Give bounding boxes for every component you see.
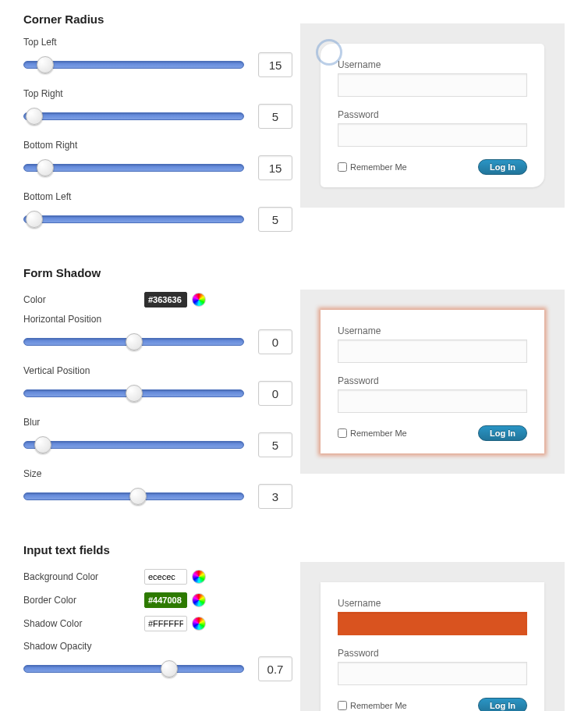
- preview3-password-label: Password: [338, 648, 527, 659]
- bordercolor-input[interactable]: [144, 592, 187, 608]
- shadowcolor-input[interactable]: [144, 616, 187, 631]
- preview-password-label: Password: [338, 109, 527, 120]
- hpos-value[interactable]: [258, 329, 292, 354]
- preview2-password-label: Password: [338, 375, 527, 386]
- blur-slider[interactable]: [23, 436, 244, 453]
- bottom-left-label: Bottom Left: [23, 191, 292, 202]
- preview3-password-input[interactable]: [338, 662, 527, 685]
- blur-value[interactable]: [258, 432, 292, 457]
- bgcolor-input[interactable]: [144, 569, 187, 585]
- size-value[interactable]: [258, 484, 292, 509]
- preview3-username-label: Username: [338, 598, 527, 609]
- bottom-right-value[interactable]: [258, 155, 292, 180]
- preview3-username-input[interactable]: [338, 612, 527, 635]
- shadow-color-input[interactable]: [144, 292, 187, 308]
- preview-password-input[interactable]: [338, 123, 527, 147]
- preview-remember[interactable]: Remember Me: [338, 162, 407, 172]
- preview2-password-input[interactable]: [338, 389, 527, 413]
- preview2-remember[interactable]: Remember Me: [338, 428, 407, 438]
- section-corner-radius-title: Corner Radius: [23, 12, 292, 26]
- colorpicker-icon[interactable]: [192, 593, 206, 607]
- colorpicker-icon[interactable]: [192, 293, 206, 307]
- bordercolor-label: Border Color: [23, 595, 144, 606]
- opacity-slider[interactable]: [23, 660, 244, 677]
- vpos-slider[interactable]: [23, 385, 244, 402]
- preview2-login-button[interactable]: Log In: [478, 425, 527, 441]
- preview-remember-label: Remember Me: [350, 162, 407, 172]
- bottom-right-slider[interactable]: [23, 159, 244, 176]
- top-left-slider[interactable]: [23, 56, 244, 73]
- vpos-value[interactable]: [258, 381, 292, 406]
- hpos-label: Horizontal Position: [23, 314, 292, 325]
- hpos-slider[interactable]: [23, 333, 244, 350]
- colorpicker-icon[interactable]: [192, 570, 206, 584]
- preview-username-input[interactable]: [338, 73, 527, 97]
- form-shadow-preview: Username Password Remember Me Log In: [300, 290, 565, 474]
- section-input-fields-title: Input text fields: [23, 543, 292, 556]
- preview3-remember-label: Remember Me: [350, 701, 407, 710]
- preview2-username-input[interactable]: [338, 340, 527, 363]
- opacity-value[interactable]: [258, 656, 292, 681]
- top-right-label: Top Right: [23, 88, 292, 99]
- preview-remember-checkbox[interactable]: [338, 162, 347, 172]
- top-right-value[interactable]: [258, 104, 292, 129]
- bottom-left-slider[interactable]: [23, 211, 244, 228]
- size-label: Size: [23, 468, 292, 479]
- preview3-login-button[interactable]: Log In: [478, 698, 527, 711]
- size-slider[interactable]: [23, 488, 244, 505]
- top-left-value[interactable]: [258, 52, 292, 77]
- top-right-slider[interactable]: [23, 108, 244, 125]
- section-form-shadow-title: Form Shadow: [23, 266, 292, 279]
- vpos-label: Vertical Position: [23, 365, 292, 376]
- shadowcolor-label: Shadow Color: [23, 618, 144, 629]
- preview-username-label: Username: [338, 59, 527, 70]
- input-fields-preview: Username Password Remember Me Log In: [300, 562, 565, 711]
- corner-radius-preview: Username Password Remember Me Log In: [300, 23, 565, 208]
- blur-label: Blur: [23, 417, 292, 428]
- bgcolor-label: Background Color: [23, 571, 144, 582]
- opacity-label: Shadow Opacity: [23, 641, 292, 652]
- bottom-left-value[interactable]: [258, 207, 292, 232]
- preview2-remember-label: Remember Me: [350, 428, 407, 438]
- top-left-label: Top Left: [23, 37, 292, 48]
- preview-login-button[interactable]: Log In: [478, 159, 527, 175]
- preview3-remember[interactable]: Remember Me: [338, 701, 407, 710]
- preview2-username-label: Username: [338, 325, 527, 336]
- bottom-right-label: Bottom Right: [23, 140, 292, 151]
- preview3-remember-checkbox[interactable]: [338, 701, 347, 710]
- shadow-color-label: Color: [23, 294, 144, 305]
- preview2-remember-checkbox[interactable]: [338, 428, 347, 438]
- colorpicker-icon[interactable]: [192, 617, 206, 631]
